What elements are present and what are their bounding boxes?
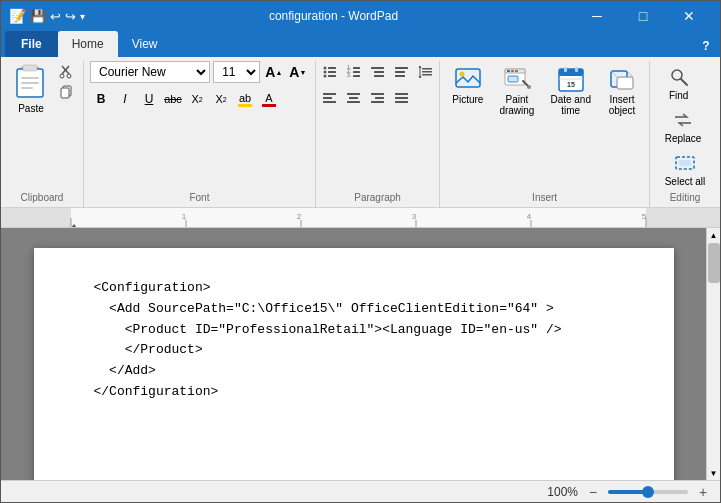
font-content: Courier New 11 A▲ A▼ B I U abc X2 xyxy=(90,61,309,190)
object-button[interactable]: Insert object xyxy=(601,61,643,119)
editor-content[interactable]: <Configuration> <Add SourcePath="C:\Offi… xyxy=(94,278,614,403)
align-left-button[interactable] xyxy=(319,87,341,109)
highlight-button[interactable]: ab xyxy=(234,88,256,110)
main-area: <Configuration> <Add SourcePath="C:\Offi… xyxy=(1,228,720,480)
insert-label: Insert xyxy=(446,190,643,203)
clipboard-small-buttons xyxy=(57,61,77,101)
picture-label: Picture xyxy=(452,94,483,105)
help-button[interactable]: ? xyxy=(696,36,716,56)
insert-group: Picture xyxy=(440,61,650,207)
font-size-select[interactable]: 11 xyxy=(213,61,260,83)
zoom-thumb xyxy=(642,486,654,498)
window-title: configuration - WordPad xyxy=(93,9,574,23)
svg-rect-65 xyxy=(679,160,691,166)
datetime-button[interactable]: 15 Date and time xyxy=(544,61,597,119)
save-icon[interactable]: 💾 xyxy=(30,9,46,24)
picture-icon xyxy=(453,64,483,94)
bold-button[interactable]: B xyxy=(90,88,112,110)
svg-rect-28 xyxy=(395,71,405,73)
svg-rect-39 xyxy=(371,93,384,95)
scrollbar-track[interactable] xyxy=(707,242,720,466)
svg-rect-44 xyxy=(395,101,408,103)
paste-button[interactable]: Paste xyxy=(7,61,55,116)
find-button[interactable]: Find xyxy=(661,61,697,104)
svg-rect-35 xyxy=(323,101,336,103)
svg-rect-50 xyxy=(511,70,514,72)
scroll-down-button[interactable]: ▼ xyxy=(707,466,721,480)
align-center-button[interactable] xyxy=(343,87,365,109)
italic-button[interactable]: I xyxy=(114,88,136,110)
tab-file[interactable]: File xyxy=(5,31,58,57)
paragraph-label: Paragraph xyxy=(322,190,433,203)
justify-button[interactable] xyxy=(391,87,413,109)
font-grow-button[interactable]: A▲ xyxy=(263,61,285,83)
tab-view[interactable]: View xyxy=(118,31,172,57)
replace-button[interactable]: Replace xyxy=(661,104,706,147)
indent-less-button[interactable] xyxy=(391,61,413,83)
svg-line-63 xyxy=(681,79,687,85)
font-shrink-button[interactable]: A▼ xyxy=(287,61,309,83)
font-family-select[interactable]: Courier New xyxy=(90,61,210,83)
zoom-out-button[interactable]: − xyxy=(584,483,602,501)
svg-rect-51 xyxy=(515,70,518,72)
svg-rect-25 xyxy=(374,71,384,73)
numbered-list-button[interactable]: 1. 2. 3. xyxy=(343,61,365,83)
close-button[interactable]: ✕ xyxy=(666,1,712,31)
font-color-button[interactable]: A xyxy=(258,88,280,110)
svg-point-8 xyxy=(60,74,64,78)
subscript-button[interactable]: X2 xyxy=(186,88,208,110)
list-row: 1. 2. 3. xyxy=(319,61,437,83)
paste-icon xyxy=(13,63,49,103)
object-icon xyxy=(607,64,637,94)
insert-content: Picture xyxy=(446,61,643,190)
svg-text:4: 4 xyxy=(527,212,532,221)
svg-rect-68 xyxy=(71,208,646,228)
svg-rect-45 xyxy=(456,69,480,87)
svg-point-53 xyxy=(527,85,531,89)
svg-rect-26 xyxy=(374,75,384,77)
svg-rect-17 xyxy=(328,75,336,77)
align-right-button[interactable] xyxy=(367,87,389,109)
customize-icon[interactable]: ▾ xyxy=(80,11,85,22)
select-all-label: Select all xyxy=(665,176,706,187)
paragraph-group: 1. 2. 3. xyxy=(316,61,440,207)
picture-button[interactable]: Picture xyxy=(446,61,489,108)
superscript-button[interactable]: X2 xyxy=(210,88,232,110)
undo-icon[interactable]: ↩ xyxy=(50,9,61,24)
svg-rect-55 xyxy=(559,69,583,76)
paint-button[interactable]: Paint drawing xyxy=(493,61,540,119)
svg-rect-67 xyxy=(646,208,720,228)
zoom-in-button[interactable]: + xyxy=(694,483,712,501)
datetime-icon: 15 xyxy=(556,64,586,94)
maximize-button[interactable]: □ xyxy=(620,1,666,31)
paint-label: Paint drawing xyxy=(499,94,534,116)
line-spacing-button[interactable] xyxy=(415,61,437,83)
select-all-button[interactable]: Select all xyxy=(661,147,710,190)
title-bar: 📝 💾 ↩ ↪ ▾ configuration - WordPad ─ □ ✕ xyxy=(1,1,720,31)
svg-rect-49 xyxy=(507,70,510,72)
paint-icon xyxy=(502,64,532,94)
zoom-slider[interactable] xyxy=(608,490,688,494)
indent-more-button[interactable] xyxy=(367,61,389,83)
strikethrough-button[interactable]: abc xyxy=(162,88,184,110)
svg-rect-34 xyxy=(323,97,332,99)
svg-rect-27 xyxy=(395,67,408,69)
editor-page: <Configuration> <Add SourcePath="C:\Offi… xyxy=(34,248,674,480)
redo-icon[interactable]: ↪ xyxy=(65,9,76,24)
scroll-up-button[interactable]: ▲ xyxy=(707,228,721,242)
ruler: 1 2 3 4 5 xyxy=(1,208,720,228)
font-grow-shrink: A▲ A▼ xyxy=(263,61,309,83)
svg-text:3: 3 xyxy=(412,212,417,221)
app-icon: 📝 xyxy=(9,8,26,24)
underline-button[interactable]: U xyxy=(138,88,160,110)
minimize-button[interactable]: ─ xyxy=(574,1,620,31)
copy-button[interactable] xyxy=(57,83,77,101)
cut-button[interactable] xyxy=(57,63,77,81)
bullet-list-button[interactable] xyxy=(319,61,341,83)
scrollbar-thumb[interactable] xyxy=(708,243,720,283)
find-icon xyxy=(666,64,692,90)
tab-home[interactable]: Home xyxy=(58,31,118,57)
svg-rect-29 xyxy=(395,75,405,77)
svg-rect-32 xyxy=(422,74,432,76)
svg-rect-2 xyxy=(23,65,37,71)
